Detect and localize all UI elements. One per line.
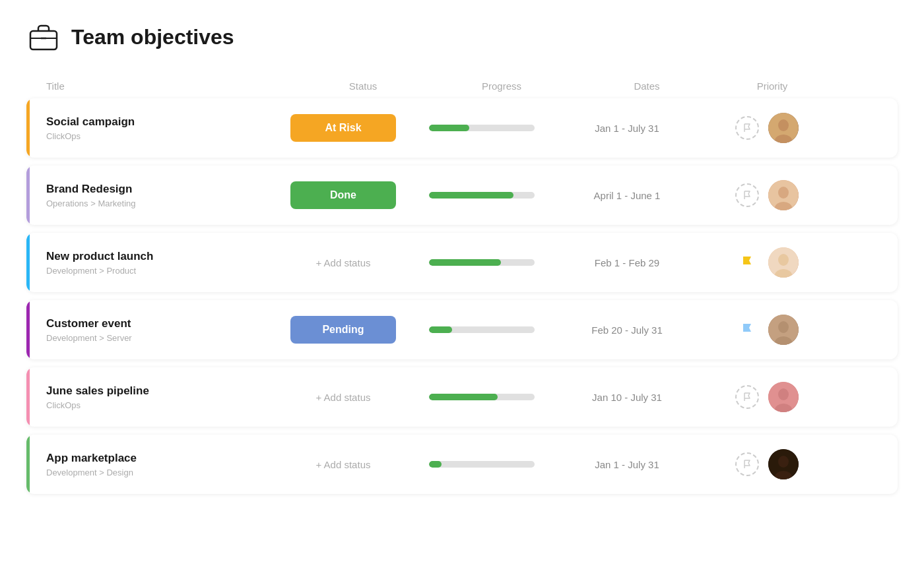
row-progress-col xyxy=(409,259,554,266)
row-accent-bar xyxy=(26,233,30,292)
row-dates-col: Feb 20 - July 31 xyxy=(554,324,700,336)
progress-bar xyxy=(429,461,535,468)
avatar xyxy=(768,449,799,479)
row-priority-col xyxy=(700,113,805,143)
priority-flag-yellow[interactable] xyxy=(735,251,759,274)
table-row: Social campaign ClickOps At Risk Jan 1 -… xyxy=(26,98,898,158)
row-accent-bar xyxy=(26,166,30,225)
col-title: Title xyxy=(46,80,297,92)
avatar xyxy=(768,382,799,412)
status-badge[interactable]: Pending xyxy=(290,316,396,344)
row-title: June sales pipeline xyxy=(46,384,277,398)
row-priority-col xyxy=(700,315,805,345)
row-priority-col xyxy=(700,382,805,412)
row-title: Customer event xyxy=(46,317,277,330)
priority-flag-empty[interactable] xyxy=(735,385,759,409)
avatar xyxy=(768,113,799,143)
row-subtitle: ClickOps xyxy=(46,131,277,141)
row-title-col: Customer event Development > Server xyxy=(26,317,277,343)
col-priority: Priority xyxy=(719,80,825,92)
svg-point-16 xyxy=(778,388,789,400)
table-row: Brand Redesign Operations > Marketing Do… xyxy=(26,166,898,225)
col-dates: Dates xyxy=(574,80,719,92)
progress-bar xyxy=(429,192,535,199)
table-row: June sales pipeline ClickOps + Add statu… xyxy=(26,367,898,427)
row-status-col[interactable]: + Add status xyxy=(277,257,409,268)
add-status-button[interactable]: + Add status xyxy=(316,459,371,470)
progress-bar-fill xyxy=(429,259,501,266)
row-dates-col: Jan 1 - July 31 xyxy=(554,123,700,134)
progress-bar-fill xyxy=(429,192,513,199)
svg-point-4 xyxy=(778,119,789,131)
priority-flag-empty[interactable] xyxy=(735,116,759,140)
status-badge[interactable]: At Risk xyxy=(290,114,396,142)
table-header: Title Status Progress Dates Priority xyxy=(26,80,898,98)
row-title-col: App marketplace Development > Design xyxy=(26,452,277,477)
add-status-button[interactable]: + Add status xyxy=(316,392,371,403)
row-status-col[interactable]: Pending xyxy=(277,316,409,344)
row-priority-col xyxy=(700,449,805,479)
add-status-button[interactable]: + Add status xyxy=(316,257,371,268)
row-progress-col xyxy=(409,461,554,468)
row-accent-bar xyxy=(26,300,30,359)
row-accent-bar xyxy=(26,367,30,427)
page-header: Team objectives xyxy=(26,20,898,54)
row-accent-bar xyxy=(26,435,30,494)
row-title: Social campaign xyxy=(46,115,277,129)
row-progress-col xyxy=(409,394,554,400)
row-title-col: Brand Redesign Operations > Marketing xyxy=(26,183,277,208)
row-subtitle: Development > Product xyxy=(46,266,277,276)
priority-flag-blue[interactable] xyxy=(735,318,759,342)
row-title-col: New product launch Development > Product xyxy=(26,250,277,276)
page-title: Team objectives xyxy=(71,25,234,49)
row-title-col: Social campaign ClickOps xyxy=(26,115,277,141)
row-status-col[interactable]: At Risk xyxy=(277,114,409,142)
row-dates-col: Jan 10 - July 31 xyxy=(554,392,700,403)
row-subtitle: Operations > Marketing xyxy=(46,199,277,208)
row-subtitle: Development > Design xyxy=(46,468,277,477)
row-priority-col xyxy=(700,180,805,210)
row-dates-col: Feb 1 - Feb 29 xyxy=(554,257,700,268)
priority-flag-empty[interactable] xyxy=(735,452,759,476)
row-status-col[interactable]: + Add status xyxy=(277,392,409,403)
row-title: Brand Redesign xyxy=(46,183,277,196)
svg-point-10 xyxy=(778,254,789,266)
row-progress-col xyxy=(409,326,554,333)
avatar xyxy=(768,247,799,278)
row-subtitle: ClickOps xyxy=(46,400,277,410)
progress-bar xyxy=(429,125,535,131)
table-row: Customer event Development > Server Pend… xyxy=(26,300,898,359)
objectives-list: Social campaign ClickOps At Risk Jan 1 -… xyxy=(26,98,898,494)
row-dates-col: Jan 1 - July 31 xyxy=(554,459,700,470)
svg-point-19 xyxy=(778,456,789,468)
col-progress: Progress xyxy=(429,80,574,92)
progress-bar-fill xyxy=(429,394,498,400)
progress-bar xyxy=(429,394,535,400)
priority-flag-empty[interactable] xyxy=(735,183,759,207)
row-progress-col xyxy=(409,192,554,199)
row-title-col: June sales pipeline ClickOps xyxy=(26,384,277,410)
briefcase-icon xyxy=(26,20,61,54)
row-title: New product launch xyxy=(46,250,277,263)
row-subtitle: Development > Server xyxy=(46,333,277,343)
row-status-col[interactable]: + Add status xyxy=(277,459,409,470)
row-accent-bar xyxy=(26,98,30,158)
svg-rect-0 xyxy=(30,31,57,49)
progress-bar xyxy=(429,326,535,333)
status-badge[interactable]: Done xyxy=(290,181,396,209)
avatar xyxy=(768,180,799,210)
table-row: New product launch Development > Product… xyxy=(26,233,898,292)
progress-bar xyxy=(429,259,535,266)
row-progress-col xyxy=(409,125,554,131)
progress-bar-fill xyxy=(429,461,442,468)
svg-point-13 xyxy=(778,321,789,333)
table-row: App marketplace Development > Design + A… xyxy=(26,435,898,494)
progress-bar-fill xyxy=(429,326,452,333)
row-dates-col: April 1 - June 1 xyxy=(554,190,700,201)
svg-point-7 xyxy=(778,187,789,199)
row-status-col[interactable]: Done xyxy=(277,181,409,209)
avatar xyxy=(768,315,799,345)
progress-bar-fill xyxy=(429,125,469,131)
col-status: Status xyxy=(297,80,429,92)
row-title: App marketplace xyxy=(46,452,277,465)
